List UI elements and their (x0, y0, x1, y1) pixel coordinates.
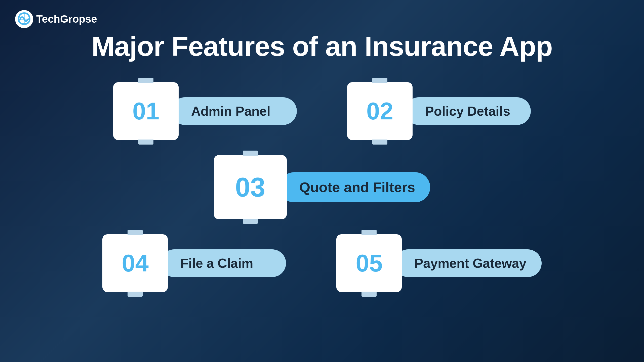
label-pill-02: Policy Details (405, 97, 531, 125)
features-row-2: 03 Quote and Filters (0, 155, 644, 219)
label-pill-05: Payment Gateway (394, 249, 541, 277)
feature-label-03: Quote and Filters (299, 179, 415, 195)
number-box-04: 04 (102, 234, 168, 292)
feature-label-04: File a Claim (180, 256, 253, 271)
logo-text: TechGropse (36, 13, 97, 25)
number-box-03: 03 (214, 155, 287, 219)
label-pill-03: Quote and Filters (279, 172, 430, 202)
feature-number-03: 03 (235, 174, 265, 201)
number-box-01: 01 (113, 82, 179, 140)
feature-label-02: Policy Details (425, 104, 510, 119)
feature-number-04: 04 (122, 251, 149, 275)
feature-card-03: 03 Quote and Filters (214, 155, 430, 219)
features-row-3: 04 File a Claim 05 Payment Gateway (0, 234, 644, 292)
feature-card-04: 04 File a Claim (102, 234, 286, 292)
number-box-05: 05 (336, 234, 402, 292)
feature-number-02: 02 (367, 99, 393, 123)
page-title: Major Features of an Insurance App (92, 30, 552, 62)
label-pill-01: Admin Panel (171, 97, 297, 125)
logo-area: TechGropse (15, 10, 97, 28)
feature-card-01: 01 Admin Panel (113, 82, 297, 140)
number-box-02: 02 (347, 82, 413, 140)
feature-label-01: Admin Panel (191, 104, 270, 119)
features-container: 01 Admin Panel 02 Policy Details 03 Quot… (0, 82, 644, 292)
feature-number-01: 01 (133, 99, 159, 123)
feature-number-05: 05 (356, 251, 383, 275)
feature-card-05: 05 Payment Gateway (336, 234, 541, 292)
label-pill-04: File a Claim (160, 249, 286, 277)
feature-card-02: 02 Policy Details (347, 82, 531, 140)
feature-label-05: Payment Gateway (414, 256, 526, 271)
techgropse-logo-icon (15, 10, 33, 28)
features-row-1: 01 Admin Panel 02 Policy Details (0, 82, 644, 140)
